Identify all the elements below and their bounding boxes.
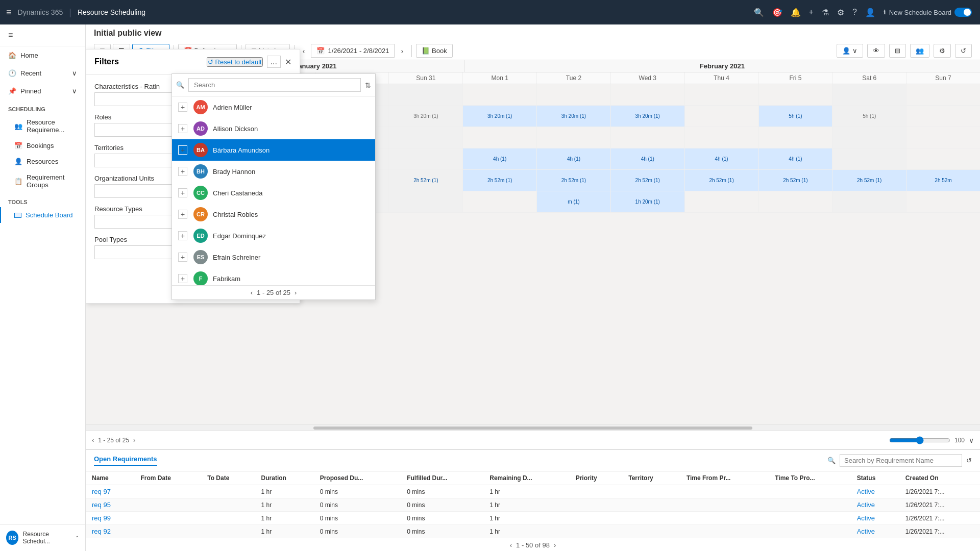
list-item-christal[interactable]: + CR Christal Robles bbox=[172, 204, 375, 225]
status-badge[interactable]: Active bbox=[857, 528, 875, 535]
add-edgar-btn[interactable]: + bbox=[178, 231, 187, 240]
target-icon[interactable]: 🎯 bbox=[772, 8, 782, 17]
cell-entry[interactable]: 2h 52m (1) bbox=[611, 170, 685, 191]
res-next-page[interactable]: › bbox=[295, 289, 297, 296]
cell-entry[interactable]: 2h 52m bbox=[906, 170, 980, 191]
cell-entry[interactable]: 2h 52m (1) bbox=[759, 170, 833, 191]
req-link-92[interactable]: req 92 bbox=[92, 528, 111, 535]
cell-entry[interactable]: 3h 20m (1) bbox=[463, 106, 537, 127]
cell-entry[interactable]: 2h 52m (1) bbox=[832, 170, 906, 191]
cell-entry[interactable]: 5h (1) bbox=[759, 106, 833, 127]
req-next-page[interactable]: › bbox=[554, 541, 556, 549]
list-item-barbara[interactable]: + BA Bárbara Amundson bbox=[172, 139, 375, 161]
expand-icon[interactable]: ∨ bbox=[969, 436, 974, 444]
sidebar-item-schedule-board[interactable]: Schedule Board bbox=[0, 207, 85, 223]
sidebar-label-resource-req: Resource Requireme... bbox=[27, 118, 77, 134]
next-page-btn[interactable]: › bbox=[133, 436, 135, 444]
cell-entry[interactable]: 5h (1) bbox=[832, 106, 906, 127]
req-prev-page[interactable]: ‹ bbox=[510, 541, 512, 549]
sidebar-item-resource-req[interactable]: 👥 Resource Requireme... bbox=[0, 114, 85, 138]
user-profile-badge[interactable]: RS Resource Schedul... ⌃ bbox=[0, 524, 85, 551]
toolbar-person-button[interactable]: 👥 bbox=[910, 44, 929, 58]
zoom-slider[interactable] bbox=[889, 436, 950, 444]
help-icon[interactable]: ? bbox=[852, 8, 857, 17]
req-link-97[interactable]: req 97 bbox=[92, 488, 111, 495]
filters-close-button[interactable]: ✕ bbox=[285, 57, 291, 67]
filter-icon[interactable]: ⚗ bbox=[822, 8, 829, 17]
search-icon[interactable]: 🔍 bbox=[754, 8, 764, 17]
prev-page-btn[interactable]: ‹ bbox=[92, 436, 94, 444]
scheduling-section-header: Scheduling bbox=[0, 100, 85, 114]
sidebar-item-requirement-groups[interactable]: 📋 Requirement Groups bbox=[0, 169, 85, 193]
sidebar-item-resources[interactable]: 👤 Resources bbox=[0, 154, 85, 169]
add-brady-btn[interactable]: + bbox=[178, 167, 187, 176]
book-button[interactable]: 📗 Book bbox=[416, 44, 453, 58]
status-badge[interactable]: Active bbox=[857, 501, 875, 509]
sidebar-item-pinned[interactable]: 📌 Pinned ∨ bbox=[0, 82, 85, 100]
cell-entry[interactable]: 4h (1) bbox=[463, 148, 537, 169]
add-fabrikam-btn[interactable]: + bbox=[178, 274, 187, 283]
req-fulfilled: 0 mins bbox=[401, 485, 483, 498]
list-item-fabrikam[interactable]: + F Fabrikam bbox=[172, 268, 375, 285]
status-badge[interactable]: Active bbox=[857, 514, 875, 522]
cell-entry[interactable]: 4h (1) bbox=[685, 148, 759, 169]
req-link-99[interactable]: req 99 bbox=[92, 514, 111, 522]
list-item-allison[interactable]: + AD Allison Dickson bbox=[172, 118, 375, 139]
toolbar-resource-button[interactable]: 👤 ∨ bbox=[837, 44, 863, 58]
open-requirements-tab[interactable]: Open Requirements bbox=[94, 455, 157, 466]
filters-more-button[interactable]: ... bbox=[267, 56, 281, 68]
sort-icon[interactable]: ⇅ bbox=[365, 81, 371, 89]
cell-entry[interactable]: m (1) bbox=[537, 191, 611, 212]
add-barbara-btn[interactable]: + bbox=[178, 145, 187, 155]
cell-entry[interactable]: 2h 52m (1) bbox=[463, 170, 537, 191]
add-efrain-btn[interactable]: + bbox=[178, 253, 187, 262]
sidebar-item-bookings[interactable]: 📅 Bookings bbox=[0, 138, 85, 154]
scrollbar-thumb[interactable] bbox=[313, 427, 752, 430]
cell-entry[interactable]: 3h 20m (1) bbox=[537, 106, 611, 127]
toolbar-settings-button[interactable]: ⚙ bbox=[934, 44, 951, 58]
add-allison-btn[interactable]: + bbox=[178, 124, 187, 133]
sidebar-item-recent[interactable]: 🕐 Recent ∨ bbox=[0, 64, 85, 82]
req-search-input[interactable] bbox=[840, 454, 962, 467]
req-refresh-button[interactable]: ↺ bbox=[966, 457, 972, 464]
resource-btn-icon: 👤 bbox=[842, 47, 850, 55]
bell-icon[interactable]: 🔔 bbox=[791, 8, 801, 17]
cell-entry[interactable]: 2h 52m (1) bbox=[685, 170, 759, 191]
cell-entry[interactable]: 4h (1) bbox=[759, 148, 833, 169]
toolbar-eye-button[interactable]: 👁 bbox=[867, 44, 885, 58]
cell bbox=[759, 191, 833, 212]
col-priority: Priority bbox=[570, 471, 623, 485]
settings-icon[interactable]: ⚙ bbox=[837, 8, 844, 17]
user-icon[interactable]: 👤 bbox=[865, 8, 875, 17]
list-item-cheri[interactable]: + CC Cheri Castaneda bbox=[172, 182, 375, 204]
toggle-switch[interactable] bbox=[954, 8, 972, 17]
sidebar-item-home[interactable]: 🏠 Home bbox=[0, 46, 85, 64]
cell-entry[interactable]: 2h 52m (1) bbox=[537, 170, 611, 191]
list-item-brady[interactable]: + BH Brady Hannon bbox=[172, 161, 375, 182]
cell-entry[interactable]: 2h 52m (1) bbox=[389, 170, 463, 191]
next-date-button[interactable]: › bbox=[397, 45, 407, 57]
list-item-adrien[interactable]: + AM Adrien Müller bbox=[172, 96, 375, 118]
list-item-edgar[interactable]: + ED Edgar Dominquez bbox=[172, 225, 375, 246]
resource-search-input[interactable] bbox=[188, 78, 361, 92]
toolbar-refresh-button[interactable]: ↺ bbox=[955, 44, 972, 58]
add-adrien-btn[interactable]: + bbox=[178, 103, 187, 112]
req-link-95[interactable]: req 95 bbox=[92, 501, 111, 509]
status-badge[interactable]: Active bbox=[857, 488, 875, 495]
add-christal-btn[interactable]: + bbox=[178, 210, 187, 219]
plus-icon[interactable]: + bbox=[809, 8, 814, 17]
cell-entry[interactable]: 1h 20m (1) bbox=[611, 191, 685, 212]
cell-entry[interactable]: 4h (1) bbox=[537, 148, 611, 169]
add-cheri-btn[interactable]: + bbox=[178, 188, 187, 197]
horizontal-scrollbar[interactable] bbox=[86, 424, 980, 431]
cell-entry[interactable]: 4h (1) bbox=[611, 148, 685, 169]
cell-entry[interactable]: 3h 20m (1) bbox=[389, 106, 463, 127]
list-item-efrain[interactable]: + ES Efrain Schreiner bbox=[172, 246, 375, 268]
res-prev-page[interactable]: ‹ bbox=[251, 289, 253, 296]
toolbar-columns-button[interactable]: ⊟ bbox=[889, 44, 906, 58]
date-range-button[interactable]: 📅 1/26/2021 - 2/8/2021 bbox=[311, 44, 395, 58]
cell-entry[interactable]: 3h 20m (1) bbox=[611, 106, 685, 127]
reset-to-default-button[interactable]: ↺ Reset to default bbox=[207, 57, 263, 67]
hamburger-icon[interactable]: ≡ bbox=[6, 7, 12, 18]
sidebar-hamburger[interactable]: ≡ bbox=[0, 24, 85, 46]
